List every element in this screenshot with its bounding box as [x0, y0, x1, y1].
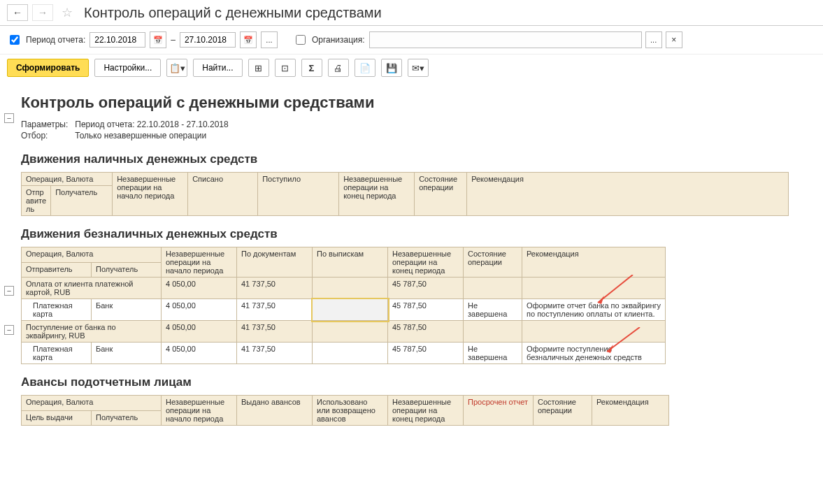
th-written-off: Списано: [192, 175, 223, 183]
table-row[interactable]: Поступление от банка по эквайрингу, RUB …: [22, 321, 666, 343]
calendar-icon: 📅: [153, 36, 163, 45]
cell-state: Не завершена: [464, 299, 522, 321]
th-by-docs: По документам: [241, 250, 296, 258]
drill-icon-button[interactable]: ⊡: [275, 59, 296, 77]
calendar-icon: 📅: [243, 36, 253, 45]
th-state: Состояние операции: [468, 250, 506, 266]
th-pending-end: Незавершенные операции на конец периода: [392, 398, 451, 423]
date-to-calendar-button[interactable]: 📅: [240, 31, 257, 48]
cell-by-docs: 41 737,50: [237, 343, 313, 364]
th-recommend: Рекомендация: [527, 250, 579, 258]
cell-pending-start: 4 050,00: [162, 343, 237, 364]
cell-pending-start: 4 050,00: [162, 321, 237, 343]
save-button[interactable]: 💾: [381, 59, 402, 77]
collapse-group2-button[interactable]: −: [4, 325, 14, 335]
expand-collapse-button[interactable]: ⊞: [248, 59, 269, 77]
org-label: Организация:: [312, 35, 365, 45]
cell-by-docs: 41 737,50: [237, 321, 313, 343]
settings-button[interactable]: Настройки...: [94, 59, 161, 77]
th-sender: Отпр авите ль: [26, 188, 46, 213]
period-select-button[interactable]: ...: [261, 31, 278, 48]
sigma-icon: Σ: [309, 63, 315, 73]
th-purpose: Цель выдачи: [26, 413, 73, 422]
th-pending-start: Незавершенные операции на начало периода: [166, 398, 224, 423]
document-icon: 📄: [359, 63, 371, 73]
cell-sender: Платежная карта: [22, 299, 92, 321]
cell-recommend: [522, 321, 666, 343]
date-dash: –: [171, 35, 176, 45]
report-title: Контроль операций с денежными средствами: [21, 94, 802, 112]
section3-title: Авансы подотчетным лицам: [21, 375, 802, 389]
th-recipient: Получатель: [96, 265, 138, 273]
cell-pending-end: 45 787,50: [388, 321, 464, 343]
section2-title: Движения безналичных денежных средств: [21, 227, 802, 241]
cell-by-docs: 41 737,50: [237, 299, 313, 321]
printer-icon: 🖨: [334, 63, 343, 73]
collapse-button[interactable]: −: [4, 113, 14, 123]
table-row[interactable]: Оплата от клиента платежной картой, RUB …: [22, 278, 666, 299]
th-used-returned: Использовано или возвращено авансов: [317, 398, 375, 423]
meta-filter-label: Отбор:: [21, 130, 75, 141]
period-label: Период отчета:: [26, 35, 85, 45]
th-recipient: Получатель: [96, 413, 138, 422]
cell-by-statements: [313, 343, 388, 364]
report-meta: Параметры: Период отчета: 22.10.2018 - 2…: [21, 119, 236, 141]
copy-settings-button[interactable]: 📋▾: [166, 59, 187, 77]
org-clear-button[interactable]: ×: [666, 31, 682, 48]
cell-by-statements-selected[interactable]: [313, 299, 388, 321]
cell-pending-end: 45 787,50: [388, 343, 464, 364]
find-button[interactable]: Найти...: [193, 59, 242, 77]
cell-op: Оплата от клиента платежной картой, RUB: [22, 278, 162, 299]
th-state: Состояние операции: [538, 398, 576, 415]
cell-pending-start: 4 050,00: [162, 299, 237, 321]
cell-by-statements: [313, 321, 388, 343]
cell-recipient: Банк: [92, 299, 162, 321]
floppy-icon: 💾: [386, 63, 397, 73]
th-recommend: Рекомендация: [471, 175, 524, 183]
cell-state: [464, 278, 522, 299]
cell-pending-end: 45 787,50: [388, 299, 464, 321]
cell-recommend: Оформите поступление безналичных денежны…: [522, 343, 666, 364]
section1-table: Операция, Валюта Незавершенные операции …: [21, 172, 789, 216]
th-op: Операция, Валюта: [26, 175, 93, 183]
page-title: Контроль операций с денежными средствами: [84, 5, 382, 21]
th-op: Операция, Валюта: [26, 398, 93, 406]
nav-forward-button[interactable]: →: [32, 4, 53, 21]
table-row[interactable]: Платежная карта Банк 4 050,00 41 737,50 …: [22, 343, 666, 364]
copy-icon: 📋▾: [169, 63, 185, 73]
org-select-button[interactable]: ...: [645, 31, 662, 48]
favorite-star-icon[interactable]: ☆: [60, 6, 74, 20]
print-button[interactable]: 🖨: [328, 59, 349, 77]
period-checkbox[interactable]: [10, 35, 20, 45]
sum-button[interactable]: Σ: [301, 59, 322, 77]
cell-recommend: [522, 278, 666, 299]
email-button[interactable]: ✉▾: [408, 59, 429, 77]
tree-icon: ⊞: [255, 63, 262, 73]
cell-pending-start: 4 050,00: [162, 278, 237, 299]
org-checkbox[interactable]: [296, 35, 306, 45]
cell-recommend: Оформите отчет банка по эквайрингу по по…: [522, 299, 666, 321]
th-recipient: Получатель: [55, 188, 97, 196]
th-received: Поступило: [262, 175, 301, 183]
email-icon: ✉▾: [412, 63, 424, 73]
th-advances-issued: Выдано авансов: [241, 398, 301, 406]
th-op: Операция, Валюта: [26, 250, 93, 258]
section3-table: Операция, Валюта Незавершенные операции …: [21, 395, 669, 426]
collapse-group1-button[interactable]: −: [4, 286, 14, 296]
preview-button[interactable]: 📄: [355, 59, 375, 77]
section1-title: Движения наличных денежных средств: [21, 152, 802, 166]
date-from-calendar-button[interactable]: 📅: [150, 31, 166, 48]
nav-back-button[interactable]: ←: [7, 4, 28, 21]
section2-table: Операция, Валюта Незавершенные операции …: [21, 247, 666, 364]
th-state: Состояние операции: [419, 175, 457, 192]
th-pending-start: Незавершенные операции на начало периода: [117, 175, 176, 200]
th-pending-end: Незавершенные операции на конец периода: [343, 175, 402, 200]
cell-sender: Платежная карта: [22, 343, 92, 364]
table-row[interactable]: Платежная карта Банк 4 050,00 41 737,50 …: [22, 299, 666, 321]
date-from-input[interactable]: [90, 32, 145, 48]
drill-icon: ⊡: [281, 63, 289, 73]
th-pending-start: Незавершенные операции на начало периода: [166, 250, 224, 275]
generate-button[interactable]: Сформировать: [7, 59, 89, 77]
org-input[interactable]: [369, 31, 642, 48]
date-to-input[interactable]: [180, 32, 236, 48]
